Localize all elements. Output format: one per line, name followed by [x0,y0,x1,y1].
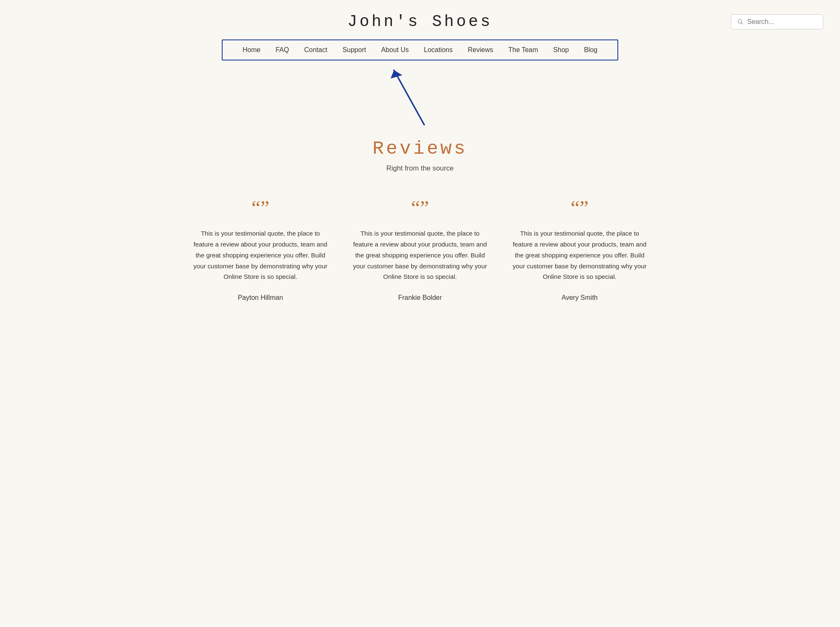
nav-item-about[interactable]: About Us [373,45,416,55]
testimonial-author-2: Frankie Bolder [353,294,487,302]
quote-icon-2: “” [353,198,487,218]
nav-item-contact[interactable]: Contact [297,45,335,55]
reviews-subtitle: Right from the source [17,164,823,173]
svg-marker-3 [391,70,402,79]
quote-icon-1: “” [193,198,328,218]
reviews-heading: Reviews [17,138,823,159]
search-box[interactable] [731,14,823,29]
testimonial-text-3: This is your testimonial quote, the plac… [512,228,647,282]
nav-item-support[interactable]: Support [335,45,373,55]
nav-item-home[interactable]: Home [235,45,268,55]
nav-item-faq[interactable]: FAQ [268,45,297,55]
testimonial-card-2: “” This is your testimonial quote, the p… [353,198,487,302]
nav-bar: Home FAQ Contact Support About Us Locati… [222,39,619,60]
navigation: Home FAQ Contact Support About Us Locati… [0,39,840,65]
nav-item-theteam[interactable]: The Team [501,45,546,55]
testimonial-card-3: “” This is your testimonial quote, the p… [512,198,647,302]
header: John's Shoes [0,0,840,39]
testimonial-author-3: Avery Smith [512,294,647,302]
reviews-section: Reviews Right from the source “” This is… [0,130,840,327]
arrow-annotation [0,63,840,130]
search-input[interactable] [747,18,817,26]
search-icon [737,18,744,25]
nav-item-reviews[interactable]: Reviews [460,45,501,55]
svg-line-1 [741,23,743,24]
nav-item-shop[interactable]: Shop [546,45,576,55]
testimonial-text-1: This is your testimonial quote, the plac… [193,228,328,282]
testimonial-author-1: Payton Hillman [193,294,328,302]
testimonials-grid: “” This is your testimonial quote, the p… [168,198,672,302]
testimonial-card-1: “” This is your testimonial quote, the p… [193,198,328,302]
svg-line-2 [394,70,424,125]
quote-icon-3: “” [512,198,647,218]
arrow-icon [382,63,433,128]
testimonial-text-2: This is your testimonial quote, the plac… [353,228,487,282]
nav-item-blog[interactable]: Blog [576,45,605,55]
nav-item-locations[interactable]: Locations [416,45,460,55]
site-title: John's Shoes [17,13,823,31]
